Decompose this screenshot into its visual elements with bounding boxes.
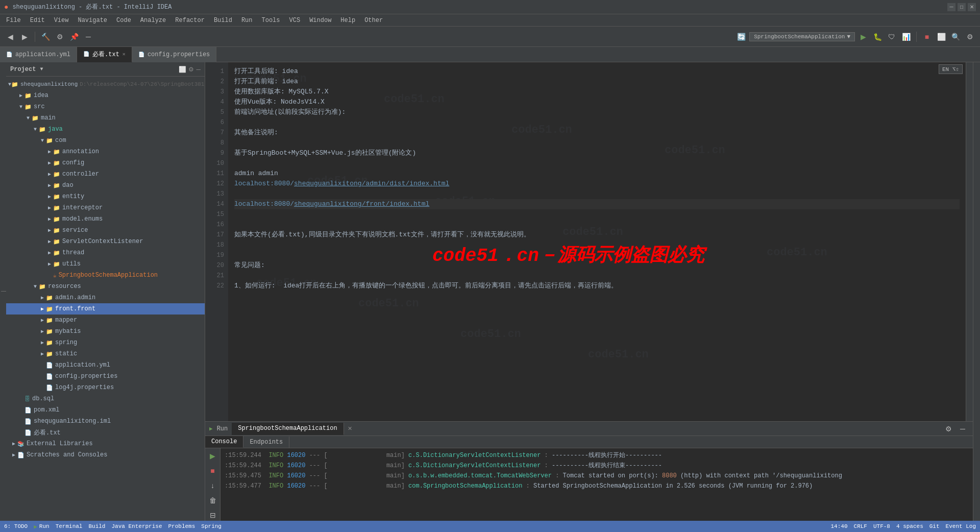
- sidebar-collapse-all[interactable]: ⬜: [179, 66, 186, 73]
- search-everywhere-button[interactable]: 🔍: [949, 31, 962, 43]
- run-panel-minimize[interactable]: ─: [957, 423, 969, 435]
- tree-thread[interactable]: ▶ 📁 thread: [6, 247, 205, 258]
- run-fold-button[interactable]: ⊟: [207, 509, 219, 521]
- console-content[interactable]: :15:59.244 INFO 16020 --- [ main ] c.S.D…: [220, 448, 973, 521]
- menu-build[interactable]: Build: [210, 16, 236, 25]
- tree-service[interactable]: ▶ 📁 service: [6, 225, 205, 236]
- run-tab-app[interactable]: SpringbootSchemaApplication: [232, 423, 344, 435]
- status-crlf[interactable]: CRLF: [854, 523, 867, 529]
- status-java-enterprise[interactable]: Java Enterprise: [111, 523, 162, 529]
- tree-interceptor[interactable]: ▶ 📁 interceptor: [6, 202, 205, 213]
- tree-config[interactable]: ▶ 📁 config: [6, 157, 205, 168]
- tab-bikan-txt[interactable]: 📄 必看.txt ✕: [77, 47, 132, 62]
- debug-button[interactable]: 🐛: [871, 31, 884, 43]
- window-controls[interactable]: ─ □ ✕: [947, 3, 976, 11]
- menu-vcs[interactable]: VCS: [285, 16, 305, 25]
- status-todo[interactable]: 6: TODO: [4, 523, 28, 529]
- tree-config-properties[interactable]: ▶ 📄 config.properties: [6, 371, 205, 382]
- status-indent[interactable]: 4 spaces: [896, 523, 923, 529]
- sidebar-hide[interactable]: ─: [196, 66, 201, 73]
- status-run[interactable]: ▶ Run: [34, 523, 49, 530]
- menu-run[interactable]: Run: [237, 16, 257, 25]
- menu-help[interactable]: Help: [336, 16, 359, 25]
- tree-dao[interactable]: ▶ 📁 dao: [6, 180, 205, 191]
- stop-button[interactable]: ■: [921, 31, 933, 43]
- tree-db-sql[interactable]: ▶ 🗄 db.sql: [6, 393, 205, 404]
- run-config-selector[interactable]: SpringbootSchemaApplication ▼: [749, 32, 855, 41]
- tree-external-libs[interactable]: ▶ 📚 External Libraries: [6, 438, 205, 449]
- run-stop-button[interactable]: ■: [207, 465, 219, 477]
- endpoints-tab[interactable]: Endpoints: [243, 437, 289, 448]
- tree-iml[interactable]: ▶ 📄 shequguanlixitong.iml: [6, 416, 205, 427]
- menu-navigate[interactable]: Navigate: [74, 16, 111, 25]
- tree-main[interactable]: ▼ 📁 main: [6, 112, 205, 124]
- tree-entity[interactable]: ▶ 📁 entity: [6, 191, 205, 202]
- profile-button[interactable]: 📊: [900, 31, 912, 43]
- toolbar-forward-button[interactable]: ▶: [18, 31, 31, 43]
- tab-application-yml[interactable]: 📄 application.yml: [0, 47, 77, 62]
- tree-java[interactable]: ▼ 📁 java: [6, 124, 205, 135]
- tree-spring[interactable]: ▶ 📁 spring: [6, 337, 205, 348]
- run-panel-close[interactable]: ✕: [344, 423, 356, 435]
- tree-mapper[interactable]: ▶ 📁 mapper: [6, 315, 205, 326]
- menu-refactor[interactable]: Refactor: [171, 16, 209, 25]
- tree-controller[interactable]: ▶ 📁 controller: [6, 168, 205, 180]
- tree-bikan[interactable]: ▶ 📄 必看.txt: [6, 427, 205, 438]
- status-problems[interactable]: Problems: [168, 523, 195, 529]
- status-event-log[interactable]: Event Log: [946, 523, 976, 529]
- status-git[interactable]: Git: [929, 523, 940, 529]
- terminal-button[interactable]: ⬜: [935, 31, 947, 43]
- menu-edit[interactable]: Edit: [26, 16, 49, 25]
- tree-resources[interactable]: ▼ 📁 resources: [6, 281, 205, 292]
- menu-analyze[interactable]: Analyze: [136, 16, 170, 25]
- tree-utils[interactable]: ▶ 📁 utils: [6, 258, 205, 270]
- tree-root[interactable]: ▼ 📁 shequguanlixitong D:\releaseComp\24-…: [6, 79, 205, 90]
- menu-code[interactable]: Code: [112, 16, 135, 25]
- tree-mybatis[interactable]: ▶ 📁 mybatis: [6, 326, 205, 337]
- tree-front[interactable]: ▶ 📁 front.front: [6, 303, 205, 315]
- console-tab[interactable]: Console: [205, 436, 243, 448]
- tree-springboot-app[interactable]: ▶ ☕ SpringbootSchemaApplication: [6, 270, 205, 281]
- tree-model-enums[interactable]: ▶ 📁 model.enums: [6, 213, 205, 225]
- tree-idea[interactable]: ▶ 📁 idea: [6, 90, 205, 101]
- status-line-col[interactable]: 14:40: [831, 523, 848, 529]
- status-spring[interactable]: Spring: [201, 523, 222, 529]
- tree-admin[interactable]: ▶ 📁 admin.admin: [6, 292, 205, 303]
- editor-code[interactable]: 打开工具后端: idea 打开工具前端: idea 使用数据库版本: MySQL…: [228, 62, 966, 421]
- toolbar-sync-button[interactable]: 🔄: [735, 31, 747, 43]
- run-scroll-button[interactable]: ↓: [207, 480, 219, 492]
- status-terminal[interactable]: Terminal: [56, 523, 83, 529]
- tree-log4j[interactable]: ▶ 📄 log4j.properties: [6, 382, 205, 393]
- sidebar-settings[interactable]: ⚙: [188, 66, 194, 73]
- coverage-button[interactable]: 🛡: [886, 31, 898, 43]
- toolbar-back-button[interactable]: ◀: [4, 31, 16, 43]
- toolbar-pin-button[interactable]: 📌: [68, 31, 80, 43]
- menu-view[interactable]: View: [50, 16, 73, 25]
- toolbar-build-button[interactable]: 🔨: [39, 31, 52, 43]
- menu-tools[interactable]: Tools: [258, 16, 284, 25]
- tab-config-properties[interactable]: 📄 config.properties: [132, 47, 216, 62]
- tree-pom-xml[interactable]: ▶ 📄 pom.xml: [6, 404, 205, 416]
- settings-gear-button[interactable]: ⚙: [964, 31, 976, 43]
- toolbar-settings-button[interactable]: ⚙: [54, 31, 66, 43]
- tree-scratches[interactable]: ▶ 📄 Scratches and Consoles: [6, 449, 205, 461]
- maximize-button[interactable]: □: [958, 3, 966, 11]
- tree-src[interactable]: ▼ 📁 src: [6, 101, 205, 112]
- menu-file[interactable]: File: [2, 16, 25, 25]
- close-button[interactable]: ✕: [968, 3, 976, 11]
- tree-annotation[interactable]: ▶ 📁 annotation: [6, 146, 205, 157]
- tree-servlet[interactable]: ▶ 📁 ServletContextListener: [6, 236, 205, 247]
- run-button[interactable]: ▶: [857, 31, 869, 43]
- tree-com[interactable]: ▼ 📁 com: [6, 135, 205, 146]
- menu-window[interactable]: Window: [305, 16, 335, 25]
- run-clear-button[interactable]: 🗑: [207, 494, 219, 506]
- status-build[interactable]: Build: [88, 523, 105, 529]
- menu-other[interactable]: Other: [360, 16, 387, 25]
- toolbar-minus-button[interactable]: ─: [82, 31, 94, 43]
- run-panel-settings[interactable]: ⚙: [942, 423, 954, 435]
- status-encoding[interactable]: UTF-8: [873, 523, 890, 529]
- run-restart-button[interactable]: ▶: [207, 450, 219, 462]
- tree-application-yml[interactable]: ▶ 📄 application.yml: [6, 359, 205, 371]
- minimize-button[interactable]: ─: [947, 3, 955, 11]
- tree-static[interactable]: ▶ 📁 static: [6, 348, 205, 359]
